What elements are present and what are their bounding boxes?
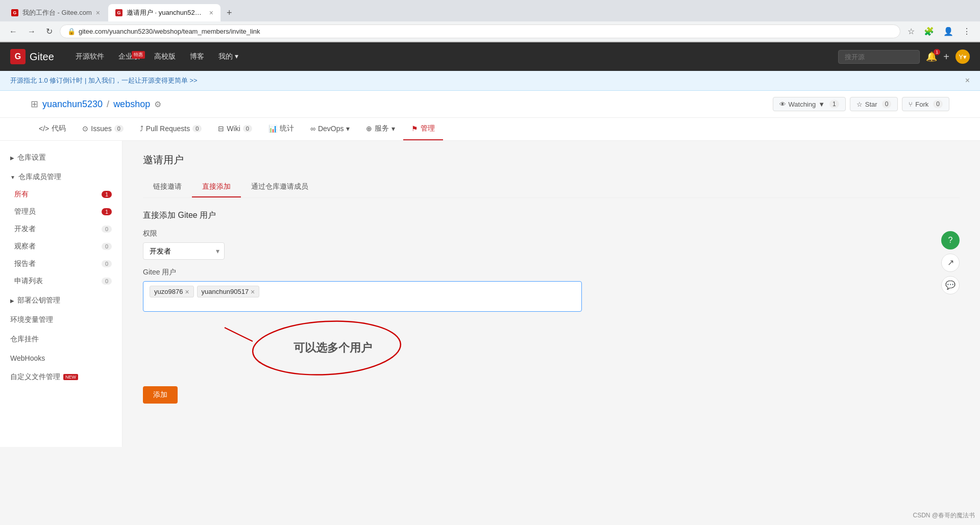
refresh-button[interactable]: ↻: [43, 24, 56, 38]
tab1-favicon: G: [11, 9, 18, 16]
tab1-close[interactable]: ×: [96, 9, 100, 17]
pr-badge: 0: [192, 125, 202, 132]
new-tab-button[interactable]: +: [222, 5, 237, 21]
banner-close-button[interactable]: ×: [965, 76, 970, 85]
permission-select[interactable]: 观察者 报告者 开发者 管理员: [143, 242, 225, 260]
chevron-right-icon: ▶: [10, 155, 14, 161]
sidebar-pubkey-header[interactable]: ▶ 部署公钥管理: [0, 292, 122, 309]
annotation-container: 可以选多个用户: [194, 320, 449, 361]
sidebar-section-custom: 自定义文件管理 NEW: [0, 368, 122, 386]
help-question-button[interactable]: ?: [941, 231, 960, 249]
nav-mine[interactable]: 我的 ▾: [212, 48, 244, 65]
repo-type-icon: ⊞: [31, 98, 38, 110]
gitee-logo-icon: G: [10, 49, 26, 64]
wiki-icon: ⊟: [218, 124, 224, 133]
invite-tabs: 链接邀请 直接添加 通过仓库邀请成员: [143, 177, 960, 198]
notification-badge: 1: [934, 49, 940, 55]
svg-text:可以选多个用户: 可以选多个用户: [293, 341, 372, 354]
repo-header: ⊞ yuanchun5230 / webshop ⚙ 👁 Watching ▼ …: [0, 91, 980, 118]
tab-2[interactable]: G 邀请用户 · yuanchun5230/web... ×: [108, 4, 220, 21]
repo-title: ⊞ yuanchun5230 / webshop ⚙: [31, 98, 161, 110]
url-bar[interactable]: 🔒 gitee.com/yuanchun5230/webshop/team_me…: [60, 24, 900, 38]
help-chat-button[interactable]: 💬: [941, 276, 960, 294]
repo-name-link[interactable]: webshop: [113, 99, 150, 110]
nav-college[interactable]: 高校版: [148, 48, 182, 65]
fork-button[interactable]: ⑂ Fork 0: [902, 97, 949, 111]
menu-button[interactable]: ⋮: [960, 24, 974, 38]
nav-enterprise[interactable]: 企业版 特惠: [112, 48, 146, 65]
forward-button[interactable]: →: [24, 25, 39, 38]
extension-button[interactable]: 🧩: [921, 24, 937, 38]
header-right: 🔔 1 + Y ▾: [838, 49, 970, 64]
user-avatar[interactable]: Y ▾: [955, 49, 970, 64]
sidebar-item-requests[interactable]: 申请列表 0: [0, 272, 122, 290]
address-bar: ← → ↻ 🔒 gitee.com/yuanchun5230/webshop/t…: [0, 21, 980, 42]
nav-pullrequests[interactable]: ⤴ Pull Requests 0: [132, 118, 210, 140]
nav-issues[interactable]: ⊙ Issues 0: [74, 118, 132, 140]
permission-label: 权限: [143, 229, 960, 238]
tab-repo-invite[interactable]: 通过仓库邀请成员: [241, 177, 318, 197]
wiki-badge: 0: [243, 125, 252, 132]
svg-point-0: [251, 320, 402, 379]
sidebar-admin-badge: 1: [102, 208, 112, 215]
sidebar-item-reporter[interactable]: 报告者 0: [0, 255, 122, 272]
sidebar-widget-header[interactable]: 仓库挂件: [0, 331, 122, 348]
user-tag-remove-yuzo[interactable]: ×: [185, 288, 189, 295]
chevron-down-icon: ▼: [10, 174, 15, 180]
sidebar-custom-header[interactable]: 自定义文件管理 NEW: [0, 368, 122, 386]
tab-1[interactable]: G 我的工作台 - Gitee.com ×: [4, 4, 107, 21]
add-button[interactable]: 添加: [143, 386, 178, 404]
nav-devops[interactable]: ∞ DevOps ▾: [302, 118, 358, 140]
sidebar-custom-label: 自定义文件管理: [10, 372, 60, 382]
sidebar-all-badge: 1: [102, 191, 112, 198]
tab2-close[interactable]: ×: [209, 9, 213, 17]
sidebar-reporter-label: 报告者: [14, 259, 36, 268]
tab-link-invite[interactable]: 链接邀请: [143, 177, 192, 197]
sidebar-members-header[interactable]: ▼ 仓库成员管理: [0, 168, 122, 186]
sidebar-item-observer[interactable]: 观察者 0: [0, 238, 122, 255]
nav-wiki[interactable]: ⊟ Wiki 0: [210, 118, 260, 140]
sidebar-repo-settings-header[interactable]: ▶ 仓库设置: [0, 149, 122, 166]
main-content: 邀请用户 链接邀请 直接添加 通过仓库邀请成员 直接添加 Gitee 用户 权限…: [122, 141, 980, 447]
new-badge: NEW: [63, 374, 78, 380]
sidebar-env-header[interactable]: 环境变量管理: [0, 311, 122, 329]
back-button[interactable]: ←: [6, 25, 20, 38]
tab1-title: 我的工作台 - Gitee.com: [22, 8, 92, 17]
sidebar-section-repo-settings: ▶ 仓库设置: [0, 149, 122, 166]
sidebar-item-developer[interactable]: 开发者 0: [0, 220, 122, 238]
sidebar-item-admin[interactable]: 管理员 1: [0, 203, 122, 220]
star-button[interactable]: ☆ Star 0: [850, 97, 898, 111]
nav-opensource[interactable]: 开源软件: [69, 48, 110, 65]
users-label: Gitee 用户: [143, 268, 960, 277]
repo-settings-icon[interactable]: ⚙: [154, 99, 161, 109]
section-title: 直接添加 Gitee 用户: [143, 210, 960, 221]
help-export-button[interactable]: ↗: [941, 254, 960, 272]
gitee-logo[interactable]: G Gitee: [10, 49, 54, 64]
nav-services[interactable]: ⊕ 服务 ▾: [358, 118, 403, 140]
nav-stats[interactable]: 📊 统计: [260, 118, 302, 140]
sidebar-item-all[interactable]: 所有 1: [0, 186, 122, 203]
nav-code[interactable]: </> 代码: [31, 118, 74, 140]
search-input[interactable]: [838, 50, 920, 64]
annotation-arrow: 可以选多个用户: [194, 320, 449, 381]
repo-owner-link[interactable]: yuanchun5230: [42, 99, 103, 110]
user-tag-remove-yuanchun[interactable]: ×: [251, 288, 255, 295]
tab-direct-add[interactable]: 直接添加: [192, 177, 241, 197]
browser-chrome: G 我的工作台 - Gitee.com × G 邀请用户 · yuanchun5…: [0, 0, 980, 42]
user-tag-yuzo9876: yuzo9876 ×: [150, 286, 194, 297]
nav-manage[interactable]: ⚑ 管理: [403, 118, 443, 140]
star-icon: ☆: [856, 101, 863, 108]
sidebar-webhooks-header[interactable]: WebHooks: [0, 350, 122, 366]
bookmark-button[interactable]: ☆: [904, 24, 918, 38]
notification-bell[interactable]: 🔔 1: [926, 51, 937, 62]
sidebar-requests-badge: 0: [102, 278, 112, 285]
sidebar-webhooks-label: WebHooks: [10, 354, 45, 362]
banner: 开源指北 1.0 修订倒计时 | 加入我们，一起让开源变得更简单 >> ×: [0, 71, 980, 91]
watching-button[interactable]: 👁 Watching ▼ 1: [773, 97, 846, 111]
users-input[interactable]: yuzo9876 × yuanchun90517 ×: [143, 281, 582, 312]
repo-separator: /: [107, 99, 109, 110]
nav-blog[interactable]: 博客: [184, 48, 210, 65]
fork-count: 0: [933, 100, 943, 108]
add-button[interactable]: +: [943, 51, 949, 63]
profile-button[interactable]: 👤: [940, 24, 957, 38]
